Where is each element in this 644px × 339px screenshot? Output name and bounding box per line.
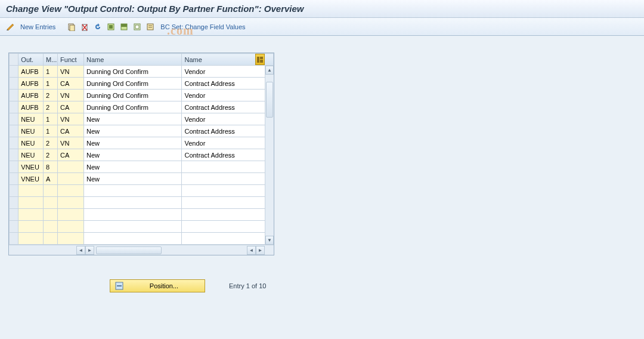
table-row[interactable]: NEU1VNNewVendor bbox=[10, 113, 274, 125]
cell-name2[interactable] bbox=[182, 209, 274, 221]
cell-name1[interactable]: New bbox=[83, 113, 181, 125]
cell-name2[interactable]: Contract Address bbox=[182, 149, 274, 161]
scroll-up-icon[interactable]: ▲ bbox=[265, 66, 274, 75]
row-marker[interactable] bbox=[10, 197, 18, 209]
deselect-all-icon[interactable] bbox=[132, 21, 143, 32]
table-row[interactable]: NEU2CANewContract Address bbox=[10, 149, 274, 161]
cell-name2[interactable]: Vendor bbox=[182, 90, 274, 101]
cell-funct[interactable]: CA bbox=[58, 125, 84, 137]
cell-out[interactable]: VNEU bbox=[18, 173, 44, 185]
select-all-corner[interactable] bbox=[10, 54, 18, 66]
cell-out[interactable]: AUFB bbox=[18, 78, 44, 90]
select-all-icon[interactable] bbox=[106, 21, 116, 32]
cell-out[interactable] bbox=[18, 197, 44, 209]
undo-icon[interactable] bbox=[92, 21, 103, 32]
cell-funct[interactable] bbox=[58, 185, 84, 197]
row-marker[interactable] bbox=[10, 101, 18, 113]
cell-funct[interactable] bbox=[58, 161, 84, 173]
scroll-thumb-h[interactable] bbox=[96, 246, 162, 254]
table-row[interactable]: AUFB1VNDunning Ord ConfirmVendor bbox=[10, 66, 274, 78]
cell-funct[interactable]: CA bbox=[58, 101, 84, 113]
cell-out[interactable]: NEU bbox=[18, 113, 44, 125]
scroll-left2-icon[interactable]: ◄ bbox=[247, 246, 256, 255]
position-button[interactable]: Position... bbox=[110, 279, 205, 292]
cell-m[interactable]: 2 bbox=[44, 149, 58, 161]
row-marker[interactable] bbox=[10, 209, 18, 221]
cell-m[interactable] bbox=[44, 185, 58, 197]
cell-name2[interactable]: Contract Address bbox=[182, 125, 274, 137]
cell-out[interactable] bbox=[18, 233, 44, 245]
scroll-right-inner-icon[interactable]: ► bbox=[85, 246, 94, 255]
table-row[interactable]: VNEU8New bbox=[10, 161, 274, 173]
cell-m[interactable]: 1 bbox=[44, 66, 58, 78]
vertical-scrollbar[interactable]: ▲ ▼ bbox=[265, 66, 274, 245]
row-marker[interactable] bbox=[10, 137, 18, 149]
cell-name1[interactable] bbox=[83, 209, 181, 221]
delete-icon[interactable] bbox=[79, 21, 90, 32]
cell-name2[interactable]: Contract Address bbox=[182, 78, 274, 90]
config-icon[interactable] bbox=[145, 21, 156, 32]
col-header-funct[interactable]: Funct bbox=[58, 54, 84, 66]
cell-out[interactable]: AUFB bbox=[18, 101, 44, 113]
cell-out[interactable]: AUFB bbox=[18, 66, 44, 78]
cell-funct[interactable]: VN bbox=[58, 113, 84, 125]
cell-funct[interactable] bbox=[58, 209, 84, 221]
table-row-empty[interactable] bbox=[10, 209, 274, 221]
cell-name1[interactable]: Dunning Ord Confirm bbox=[83, 90, 181, 101]
cell-name2[interactable] bbox=[182, 233, 274, 245]
col-header-name1[interactable]: Name bbox=[83, 54, 181, 66]
cell-name1[interactable]: New bbox=[83, 149, 181, 161]
cell-name1[interactable]: Dunning Ord Confirm bbox=[83, 101, 181, 113]
row-marker[interactable] bbox=[10, 233, 18, 245]
table-row-empty[interactable] bbox=[10, 185, 274, 197]
cell-out[interactable] bbox=[18, 221, 44, 233]
cell-name2[interactable]: Contract Address bbox=[182, 101, 274, 113]
row-marker[interactable] bbox=[10, 185, 18, 197]
cell-name2[interactable]: Vendor bbox=[182, 113, 274, 125]
table-row-empty[interactable] bbox=[10, 233, 274, 245]
table-row[interactable]: NEU2VNNewVendor bbox=[10, 137, 274, 149]
cell-funct[interactable] bbox=[58, 221, 84, 233]
col-header-m[interactable]: M... bbox=[44, 54, 58, 66]
scroll-right-icon[interactable]: ► bbox=[256, 246, 265, 255]
cell-name1[interactable]: New bbox=[83, 161, 181, 173]
cell-m[interactable] bbox=[44, 209, 58, 221]
new-entries-button[interactable]: New Entries bbox=[18, 22, 58, 32]
row-marker[interactable] bbox=[10, 149, 18, 161]
row-marker[interactable] bbox=[10, 113, 18, 125]
cell-m[interactable] bbox=[44, 221, 58, 233]
table-row[interactable]: NEU1CANewContract Address bbox=[10, 125, 274, 137]
cell-out[interactable]: VNEU bbox=[18, 161, 44, 173]
cell-name1[interactable] bbox=[83, 233, 181, 245]
table-row[interactable]: AUFB2CADunning Ord ConfirmContract Addre… bbox=[10, 101, 274, 113]
cell-m[interactable]: 1 bbox=[44, 78, 58, 90]
table-row[interactable]: AUFB2VNDunning Ord ConfirmVendor bbox=[10, 90, 274, 101]
cell-funct[interactable] bbox=[58, 173, 84, 185]
cell-out[interactable]: AUFB bbox=[18, 90, 44, 101]
cell-name2[interactable] bbox=[182, 185, 274, 197]
row-marker[interactable] bbox=[10, 90, 18, 101]
cell-out[interactable]: NEU bbox=[18, 149, 44, 161]
scroll-left-icon[interactable]: ◄ bbox=[76, 246, 85, 255]
cell-m[interactable]: 8 bbox=[44, 161, 58, 173]
table-row[interactable]: AUFB1CADunning Ord ConfirmContract Addre… bbox=[10, 78, 274, 90]
row-marker[interactable] bbox=[10, 161, 18, 173]
copy-icon[interactable] bbox=[66, 21, 77, 32]
cell-funct[interactable] bbox=[58, 233, 84, 245]
cell-m[interactable] bbox=[44, 197, 58, 209]
cell-out[interactable]: NEU bbox=[18, 125, 44, 137]
cell-funct[interactable]: CA bbox=[58, 78, 84, 90]
col-header-out[interactable]: Out. bbox=[18, 54, 44, 66]
select-block-icon[interactable] bbox=[119, 21, 129, 32]
cell-out[interactable] bbox=[18, 209, 44, 221]
cell-m[interactable]: 2 bbox=[44, 137, 58, 149]
cell-name2[interactable] bbox=[182, 197, 274, 209]
cell-m[interactable]: 2 bbox=[44, 90, 58, 101]
cell-name2[interactable] bbox=[182, 161, 274, 173]
row-marker[interactable] bbox=[10, 66, 18, 78]
cell-name2[interactable] bbox=[182, 221, 274, 233]
cell-funct[interactable]: VN bbox=[58, 90, 84, 101]
cell-name1[interactable]: New bbox=[83, 125, 181, 137]
cell-out[interactable] bbox=[18, 185, 44, 197]
cell-funct[interactable]: VN bbox=[58, 137, 84, 149]
